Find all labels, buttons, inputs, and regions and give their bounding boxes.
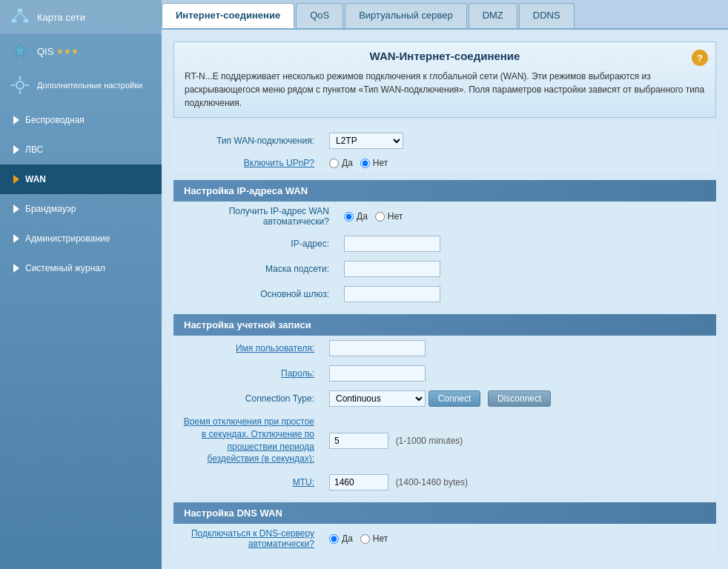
auto-dns-value: Да Нет [322,524,716,553]
timeout-label-text[interactable]: Время отключения при простое в секундах.… [181,416,314,465]
upnp-label[interactable]: Включить UPnP? [173,153,322,173]
auto-ip-yes-label[interactable]: Да [344,211,368,222]
account-settings-header: Настройка учетной записи [173,314,716,336]
ip-address-value [337,231,716,256]
sidebar-label-wireless: Беспроводная [25,115,85,125]
sidebar-item-syslog[interactable]: Системный журнал [0,253,162,283]
wan-type-row: Тип WAN-подключения: L2TP PPPoE PPTP DHC… [173,128,716,153]
connection-type-row: Connection Type: Continuous On Demand Ma… [173,386,716,411]
sidebar-label-qis: QIS [37,46,53,57]
upnp-radio-group: Да Нет [329,158,709,168]
gateway-label: Основной шлюз: [173,282,337,307]
upnp-row: Включить UPnP? Да Нет [173,153,716,173]
tab-ddns[interactable]: DDNS [519,3,575,28]
wan-type-label: Тип WAN-подключения: [173,128,322,153]
wan-type-select[interactable]: L2TP PPPoE PPTP DHCP Static IP [329,133,403,149]
auto-dns-label[interactable]: Подключаться к DNS-серверу автоматически… [173,524,322,553]
username-label[interactable]: Имя пользователя: [173,336,322,361]
tab-qos[interactable]: QoS [296,3,343,28]
app-container: Карта сети QIS ★★★ [0,0,728,569]
connection-type-select[interactable]: Continuous On Demand Manual [329,390,426,407]
subnet-value [337,256,716,282]
help-icon[interactable]: ? [692,50,708,66]
auto-ip-label: Получить IP-адрес WAN автоматически? [173,202,337,231]
content-area: Интернет-соединение QoS Виртуальный серв… [162,0,728,569]
svg-rect-2 [23,19,29,23]
gateway-input[interactable] [344,286,440,302]
additional-settings-icon [9,74,31,96]
auto-dns-label-text: Подключаться к DNS-серверу автоматически… [181,528,314,549]
ip-settings-header: Настройка IP-адреса WAN [173,180,716,202]
timeout-label: Время отключения при простое в секундах.… [173,411,322,470]
sidebar-item-lbc[interactable]: ЛВС [0,135,162,164]
page-content: WAN-Интернет-соединение RT-N...Е поддерж… [162,30,728,565]
main-layout: Карта сети QIS ★★★ [0,0,728,569]
password-label[interactable]: Пароль: [173,361,322,386]
mtu-input[interactable]: 1460 [329,474,388,490]
upnp-yes-radio[interactable] [329,159,339,168]
admin-arrow-icon [13,234,19,243]
mtu-label[interactable]: MTU: [173,470,322,495]
password-input[interactable] [329,365,426,382]
auto-dns-yes-radio[interactable] [329,534,339,544]
upnp-yes-label[interactable]: Да [329,158,353,168]
sidebar: Карта сети QIS ★★★ [0,0,162,569]
tab-dmz[interactable]: DMZ [469,3,517,28]
auto-ip-no-label[interactable]: Нет [375,211,403,222]
svg-rect-0 [17,8,23,13]
tab-internet[interactable]: Интернет-соединение [162,3,294,28]
timeout-input[interactable]: 5 [329,433,388,449]
disconnect-button[interactable]: Disconnect [488,390,551,407]
svg-point-6 [16,81,24,89]
sidebar-label-wan: WAN [25,174,46,184]
auto-ip-yes-radio[interactable] [344,212,354,222]
tab-virtual-server[interactable]: Виртуальный сервер [345,3,467,28]
auto-dns-yes-label[interactable]: Да [329,533,353,544]
ip-settings-table: Получить IP-адрес WAN автоматически? Да [173,202,716,307]
sidebar-item-wan[interactable]: WAN [0,164,162,194]
gateway-value [337,282,716,307]
gateway-row: Основной шлюз: [173,282,716,307]
connect-button[interactable]: Connect [428,390,481,407]
sidebar-item-network-map[interactable]: Карта сети [0,0,162,34]
qis-icon [9,40,31,62]
sidebar-item-admin[interactable]: Администрирование [0,224,162,253]
subnet-row: Маска подсети: [173,256,716,282]
sidebar-item-qis[interactable]: QIS ★★★ [0,34,162,68]
dns-settings-header: Настройка DNS WAN [173,502,716,524]
subnet-label: Маска подсети: [173,256,337,282]
wan-type-table: Тип WAN-подключения: L2TP PPPoE PPTP DHC… [173,128,716,173]
sidebar-label-additional-settings: Дополнительные настройки [37,81,142,90]
timeout-hint: (1-1000 minutes) [396,436,463,446]
mtu-row: MTU: 1460 (1400-1460 bytes) [173,470,716,495]
auto-ip-value: Да Нет [337,202,716,231]
auto-dns-no-radio[interactable] [360,534,370,544]
auto-dns-radio-group: Да Нет [329,533,709,544]
ip-address-row: IP-адрес: [173,231,716,256]
upnp-no-label[interactable]: Нет [360,158,388,168]
ip-address-input[interactable] [344,236,440,252]
auto-ip-no-radio[interactable] [375,212,385,222]
svg-line-4 [20,13,26,19]
upnp-no-radio[interactable] [360,159,370,168]
mtu-value: 1460 (1400-1460 bytes) [322,470,716,495]
subnet-input[interactable] [344,261,440,277]
username-value [322,336,716,361]
timeout-value: 5 (1-1000 minutes) [322,411,716,470]
sidebar-label-network-map: Карта сети [37,12,85,23]
dns-settings-table: Подключаться к DNS-серверу автоматически… [173,524,716,553]
sidebar-item-additional-settings[interactable]: Дополнительные настройки [0,68,162,102]
sidebar-item-wireless[interactable]: Беспроводная [0,105,162,135]
username-input[interactable] [329,340,426,356]
timeout-row: Время отключения при простое в секундах.… [173,411,716,470]
sidebar-label-admin: Администрирование [25,233,110,244]
connection-type-value: Continuous On Demand Manual Connect Disc… [322,386,716,411]
svg-marker-5 [13,43,27,57]
connection-type-label: Connection Type: [173,386,322,411]
sidebar-label-syslog: Системный журнал [25,263,105,273]
wan-arrow-icon [13,175,19,184]
sidebar-item-firewall[interactable]: Брандмауэр [0,194,162,224]
username-row: Имя пользователя: [173,336,716,361]
auto-dns-no-label[interactable]: Нет [360,533,388,544]
mtu-hint: (1400-1460 bytes) [396,477,468,488]
